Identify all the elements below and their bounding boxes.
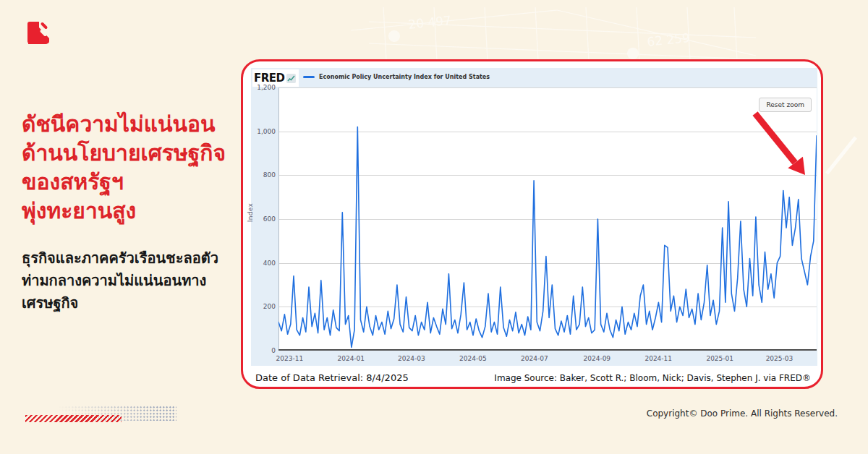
y-axis-tick-label: 800 xyxy=(251,170,276,180)
headline-thai: ดัชนีความไม่แน่นอน ด้านนโยบายเศรษฐกิจ ขอ… xyxy=(22,110,242,226)
y-axis-tick-label: 1,000 xyxy=(251,127,276,137)
doo-prime-infographic: { "page": { "background_color": "#faf3e4… xyxy=(0,0,868,454)
x-axis-tick-label: 2025-03 xyxy=(759,355,799,362)
x-axis-line xyxy=(278,349,817,351)
y-axis-tick-label: 600 xyxy=(251,214,276,224)
copyright-text: Copyright© Doo Prime. All Rights Reserve… xyxy=(647,408,838,419)
y-axis-tick-label: 200 xyxy=(251,301,276,312)
legend-line-swatch xyxy=(303,76,315,78)
headline-line: ของสหรัฐฯ xyxy=(22,168,242,197)
background-watermark-stroke xyxy=(823,134,859,177)
headline-line: ด้านนโยบายเศรษฐกิจ xyxy=(22,139,242,168)
headline-line: พุ่งทะยานสูง xyxy=(22,197,242,226)
x-axis-tick-label: 2024-09 xyxy=(576,355,617,362)
x-axis-tick-label: 2024-03 xyxy=(391,355,432,362)
data-retrieval-date: Date of Data Retrieval: 8/4/2025 xyxy=(255,372,409,383)
subheadline-thai: ธุรกิจและภาคครัวเรือนชะลอตัว ท่ามกลางควา… xyxy=(22,247,246,314)
x-axis-tick-label: 2024-01 xyxy=(331,355,371,362)
legend-item-epu[interactable]: Economic Policy Uncertainty Index for Un… xyxy=(303,74,490,80)
watermark-dot xyxy=(627,48,639,59)
decorative-striped-bar xyxy=(25,415,122,422)
epu-series-line xyxy=(278,127,817,348)
x-axis-tick-label: 2024-05 xyxy=(453,355,493,362)
subheadline-line: ท่ามกลางความไม่แน่นอนทาง xyxy=(22,270,246,292)
watermark-number: 20 497 xyxy=(407,13,451,32)
legend-label: Economic Policy Uncertainty Index for Un… xyxy=(319,74,490,80)
headline-line: ดัชนีความไม่แน่นอน xyxy=(22,110,242,139)
reset-zoom-button[interactable]: Reset zoom xyxy=(759,98,812,112)
epu-line-svg xyxy=(278,87,817,351)
fred-chart-card: FRED Economic Policy Uncertainty Index f… xyxy=(241,59,823,389)
background-watermark-pattern: 20 497 62 259 xyxy=(340,1,760,67)
plot-area[interactable] xyxy=(278,87,817,351)
image-source-credit: Image Source: Baker, Scott R.; Bloom, Ni… xyxy=(494,373,811,383)
x-axis-tick-label: 2025-01 xyxy=(699,355,740,362)
x-axis-tick-label: 2024-11 xyxy=(638,355,678,362)
subheadline-line: เศรษฐกิจ xyxy=(22,292,246,314)
fred-chart: FRED Economic Policy Uncertainty Index f… xyxy=(251,68,817,366)
doo-prime-logo xyxy=(27,21,50,44)
fred-sparkline-icon xyxy=(286,74,296,83)
y-axis-tick-label: 0 xyxy=(251,346,276,356)
subheadline-line: ธุรกิจและภาคครัวเรือนชะลอตัว xyxy=(22,247,246,270)
watermark-dot xyxy=(388,30,400,42)
y-axis-tick-label: 400 xyxy=(251,258,276,268)
x-axis-tick-label: 2024-07 xyxy=(514,355,555,362)
x-axis-tick-label: 2023-11 xyxy=(269,355,310,362)
y-axis-tick-label: 1,200 xyxy=(251,82,276,93)
watermark-number: 62 259 xyxy=(646,30,690,49)
